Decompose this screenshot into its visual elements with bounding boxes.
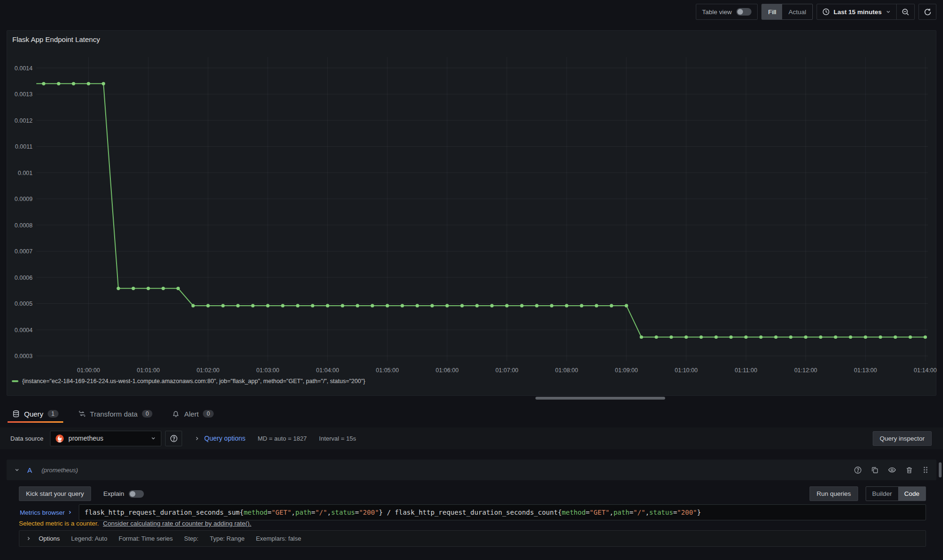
data-point	[729, 335, 733, 339]
y-axis-tick-label: 0.0012	[15, 117, 33, 124]
warning-text: Selected metric is a counter.	[19, 520, 99, 527]
promql-token-plain: flask_http_request_duration_seconds_sum{	[84, 509, 243, 516]
table-view-toggle[interactable]	[736, 8, 751, 16]
data-point	[625, 304, 628, 307]
chevron-right-icon	[67, 510, 72, 515]
kick-start-query-button[interactable]: Kick start your query	[19, 486, 91, 501]
options-meta-item: Exemplars: false	[256, 535, 301, 542]
promql-token-label: method	[562, 509, 586, 516]
x-axis-tick-label: 01:01:00	[137, 367, 160, 374]
query-row-header[interactable]: A (prometheus)	[7, 460, 936, 480]
magnifier-minus-icon	[901, 8, 910, 16]
data-point	[251, 304, 254, 307]
actual-button[interactable]: Actual	[782, 4, 812, 19]
promql-token-label: status	[331, 509, 355, 516]
query-options-toggle[interactable]: Query options	[194, 435, 245, 442]
counter-warning: Selected metric is a counter. Consider c…	[19, 520, 251, 527]
data-point	[206, 304, 209, 307]
data-point	[281, 304, 284, 307]
duplicate-query-button[interactable]	[871, 466, 879, 474]
builder-mode-button[interactable]: Builder	[866, 487, 898, 501]
run-queries-button[interactable]: Run queries	[809, 486, 858, 501]
editor-tabs: Query 1 Transform data 0 Alert 0	[8, 405, 218, 423]
time-range-label: Last 15 minutes	[834, 8, 882, 16]
promql-token-plain: =	[311, 509, 315, 516]
x-axis-tick-label: 01:11:00	[734, 367, 757, 374]
data-point	[132, 287, 135, 290]
options-label: Options	[39, 535, 60, 542]
data-point	[744, 335, 748, 339]
options-meta-item: Step:	[184, 535, 198, 542]
datasource-picker[interactable]: prometheus	[50, 431, 161, 446]
bell-icon	[172, 410, 180, 418]
data-point	[42, 82, 45, 85]
metrics-browser-toggle[interactable]: Metrics browser	[19, 509, 79, 516]
horizontal-scrollbar[interactable]	[535, 397, 665, 400]
promql-token-label: method	[243, 509, 267, 516]
tab-transform-data[interactable]: Transform data 0	[74, 405, 158, 423]
promql-token-plain: } / flask_http_request_duration_seconds_…	[379, 509, 562, 516]
x-axis-tick-label: 01:02:00	[197, 367, 220, 374]
latency-chart[interactable]: 0.00140.00130.00120.00110.0010.00090.000…	[7, 31, 937, 376]
prometheus-logo-icon	[55, 434, 64, 443]
code-mode-button[interactable]: Code	[898, 487, 926, 501]
data-point	[834, 335, 837, 339]
y-axis-tick-label: 0.0009	[15, 196, 33, 202]
query-options-collapsed-row[interactable]: Options Legend: AutoFormat: Time seriesS…	[19, 530, 926, 547]
x-axis-tick-label: 01:12:00	[794, 367, 818, 374]
fill-button[interactable]: Fill	[762, 4, 782, 19]
query-datasource-hint: (prometheus)	[42, 467, 78, 474]
drag-handle[interactable]	[922, 466, 929, 474]
tab-query[interactable]: Query 1	[8, 405, 63, 423]
table-view-group: Table view	[696, 4, 758, 20]
legend-item[interactable]: {instance="ec2-184-169-216-224.us-west-1…	[12, 378, 365, 384]
x-axis-tick-label: 01:03:00	[256, 367, 279, 374]
data-point	[655, 335, 658, 339]
warning-rate-link[interactable]: Consider calculating rate of counter by …	[103, 520, 251, 527]
y-axis-tick-label: 0.001	[18, 170, 33, 176]
x-axis-tick-label: 01:07:00	[495, 367, 518, 374]
query-inspector-button[interactable]: Query inspector	[873, 431, 932, 446]
query-help-button[interactable]	[854, 466, 862, 474]
transform-icon	[78, 410, 86, 418]
table-view-label: Table view	[702, 8, 732, 16]
legend-label: {instance="ec2-184-169-216-224.us-west-1…	[22, 378, 365, 384]
copy-icon	[871, 466, 879, 474]
y-axis-tick-label: 0.0003	[15, 353, 33, 359]
data-point	[879, 335, 882, 339]
zoom-out-button[interactable]	[896, 4, 914, 19]
data-point	[176, 287, 180, 290]
data-point	[460, 304, 464, 307]
toggle-visibility-button[interactable]	[888, 466, 896, 474]
tab-alert[interactable]: Alert 0	[167, 405, 218, 423]
datasource-help-button[interactable]	[165, 431, 182, 446]
x-axis-tick-label: 01:06:00	[435, 367, 459, 374]
promql-token-plain: =	[585, 509, 589, 516]
datasource-row: Data source prometheus Query options MD …	[0, 427, 943, 449]
promql-token-label: path	[613, 509, 629, 516]
builder-code-group: Builder Code	[866, 486, 926, 501]
tab-transform-badge: 0	[142, 410, 153, 418]
delete-query-button[interactable]	[905, 466, 913, 474]
tab-alert-badge: 0	[203, 410, 214, 418]
data-point	[326, 304, 329, 307]
data-point	[356, 304, 359, 307]
explain-toggle[interactable]	[129, 490, 144, 498]
legend-swatch	[12, 380, 18, 382]
time-range-button[interactable]: Last 15 minutes	[817, 4, 896, 19]
data-point	[192, 304, 195, 307]
promql-token-value: "200"	[359, 509, 379, 516]
latency-panel: Flask App Endpoint Latency 0.00140.00130…	[7, 30, 936, 396]
tab-alert-label: Alert	[184, 410, 199, 418]
data-point	[909, 335, 912, 339]
refresh-button[interactable]	[918, 4, 936, 20]
collapse-chevron-icon[interactable]	[14, 467, 20, 473]
tab-query-label: Query	[24, 410, 43, 418]
data-point	[684, 335, 688, 339]
vertical-scrollbar[interactable]	[939, 462, 942, 477]
x-axis-tick-label: 01:14:00	[914, 367, 937, 374]
promql-token-plain: ,	[327, 509, 331, 516]
options-meta-item: Type: Range	[210, 535, 245, 542]
promql-input[interactable]: flask_http_request_duration_seconds_sum{…	[79, 504, 926, 520]
data-point	[774, 335, 777, 339]
